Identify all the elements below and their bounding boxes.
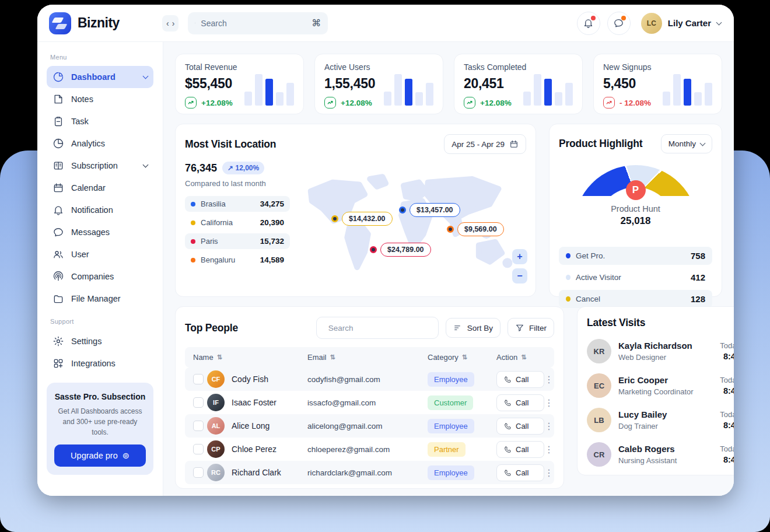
sidebar-item-settings[interactable]: Settings: [47, 330, 153, 352]
visit-time: 8:44: [720, 455, 734, 464]
note-icon: [52, 93, 64, 105]
sidebar-item-user[interactable]: User: [47, 243, 153, 265]
user-menu[interactable]: LC Lily Carter: [641, 13, 721, 34]
sidebar-item-dashboard[interactable]: Dashboard: [47, 66, 153, 88]
sidebar-item-label: Calendar: [71, 183, 106, 192]
trend-up-icon: [185, 97, 197, 108]
stat-cards-row: Total Revenue $55,450 +12.08% Active Use…: [175, 54, 722, 114]
row-checkbox[interactable]: [193, 444, 204, 454]
location-dot: [191, 202, 195, 206]
person-email: chloeperez@gmail.com: [307, 445, 428, 454]
row-avatar: CF: [207, 370, 225, 388]
call-button[interactable]: Call: [496, 441, 544, 458]
map-zoom-out-button[interactable]: −: [512, 268, 527, 284]
sort-icon: [453, 323, 463, 332]
sidebar-item-notes[interactable]: Notes: [47, 88, 153, 110]
row-checkbox[interactable]: [193, 467, 204, 478]
visitor-avatar: CR: [587, 442, 611, 467]
upgrade-promo-card: Sasste Pro. Subsection Get All Dashboard…: [47, 383, 153, 475]
sidebar-item-companies[interactable]: Companies: [47, 265, 153, 288]
row-menu-button[interactable]: ⋮: [544, 467, 554, 478]
sidebar-item-messages[interactable]: Messages: [47, 221, 153, 243]
phone-icon: [504, 376, 512, 383]
map-marker-dot: [447, 226, 454, 233]
pie-chart-icon: [52, 71, 64, 83]
map-label-california[interactable]: $14,432.00: [331, 212, 393, 226]
brand-name: Biznity: [78, 15, 120, 31]
notifications-button[interactable]: [577, 12, 600, 35]
date-range-picker[interactable]: Apr 25 - Apr 29: [444, 134, 526, 154]
location-row: Bengaluru 14,589: [185, 252, 290, 268]
panel-title: Product Highlight: [559, 138, 642, 150]
global-search[interactable]: ⌘: [188, 12, 328, 34]
sidebar-item-label: Subscription: [71, 161, 118, 170]
person-email: issacfo@gmail.com: [307, 398, 428, 407]
row-menu-button[interactable]: ⋮: [544, 397, 554, 408]
location-list: Brasilia 34,275 California 20,390 Paris …: [185, 196, 290, 268]
map-label-europe[interactable]: $13,457.00: [399, 203, 460, 217]
mini-bar-chart: [244, 74, 294, 106]
row-checkbox[interactable]: [193, 397, 204, 408]
map-marker-dot: [399, 206, 406, 214]
sidebar-item-label: Dashboard: [71, 72, 116, 82]
column-header-name[interactable]: Name⇅: [193, 353, 307, 362]
sidebar-item-subscription[interactable]: Subscription: [47, 155, 153, 177]
call-button[interactable]: Call: [496, 371, 544, 388]
row-menu-button[interactable]: ⋮: [544, 374, 554, 385]
brand: Biznity: [49, 12, 162, 34]
people-search-input[interactable]: [328, 324, 432, 332]
chevron-down-icon: [143, 162, 149, 168]
row-checkbox[interactable]: [193, 421, 204, 431]
sort-by-button[interactable]: Sort By: [446, 318, 501, 338]
call-button[interactable]: Call: [496, 418, 544, 435]
back-chevron-icon[interactable]: ‹: [166, 19, 169, 28]
sidebar-item-notification[interactable]: Notification: [47, 199, 153, 221]
upgrade-pro-button[interactable]: Upgrade pro ⊚: [54, 444, 146, 467]
search-input[interactable]: [201, 19, 306, 28]
messages-button[interactable]: [607, 12, 631, 35]
call-label: Call: [516, 375, 528, 384]
column-header-email[interactable]: Email⇅: [307, 353, 428, 362]
visit-time: 8:44: [720, 352, 734, 361]
person-name: Richard Clark: [232, 468, 307, 477]
row-menu-button[interactable]: ⋮: [544, 444, 554, 455]
map-zoom-in-button[interactable]: +: [512, 249, 527, 264]
visitor-role: Web Designer: [618, 353, 692, 362]
category-badge: Customer: [428, 396, 473, 410]
sidebar-item-calendar[interactable]: Calendar: [47, 177, 153, 199]
filter-button[interactable]: Filter: [508, 318, 554, 338]
latest-visits-card: Latest Visits KR Kayla Richardson Web De…: [577, 306, 734, 475]
call-button[interactable]: Call: [496, 464, 544, 481]
row-checkbox[interactable]: [193, 374, 204, 384]
forward-chevron-icon[interactable]: ›: [172, 19, 175, 28]
world-map[interactable]: $14,432.00 $13,457.00 $9,569.00 $24: [295, 166, 527, 290]
stat-card-active-users: Active Users 1,55,450 +12.08%: [314, 54, 443, 114]
column-header-action[interactable]: Action⇅: [496, 353, 552, 362]
sidebar-item-task[interactable]: Task: [47, 110, 153, 132]
column-header-category[interactable]: Category⇅: [428, 353, 496, 362]
legend-value: 128: [691, 294, 705, 304]
sidebar-item-file-manager[interactable]: File Manager: [47, 288, 153, 310]
category-badge: Employee: [428, 466, 474, 480]
call-button[interactable]: Call: [496, 394, 544, 411]
location-value: 34,275: [260, 200, 284, 208]
map-value-tag: $14,432.00: [342, 212, 393, 226]
visitor-avatar: LB: [587, 408, 611, 432]
map-label-bengaluru[interactable]: $9,569.00: [447, 222, 504, 236]
stat-title: Active Users: [324, 62, 433, 72]
table-row: CP Chloe Perez chloeperez@gmail.com Part…: [185, 438, 554, 461]
sidebar-item-integrations[interactable]: Integrations: [47, 352, 153, 374]
location-dot: [191, 239, 195, 244]
period-select[interactable]: Monthly: [661, 134, 712, 153]
row-menu-button[interactable]: ⋮: [544, 421, 554, 432]
history-nav-buttons[interactable]: ‹ ›: [162, 15, 178, 32]
sidebar-item-analytics[interactable]: Analytics: [47, 132, 153, 155]
people-search[interactable]: [316, 317, 439, 339]
stat-card-new-signups: New Signups 5,450 - 12.08%: [593, 54, 722, 114]
map-label-brasilia[interactable]: $24,789.00: [370, 243, 431, 257]
legend-dot: [566, 275, 570, 280]
chat-icon: [52, 226, 64, 238]
sidebar-item-label: Analytics: [71, 139, 105, 148]
legend-label: Active Visitor: [576, 273, 621, 282]
map-value-tag: $9,569.00: [457, 222, 504, 236]
